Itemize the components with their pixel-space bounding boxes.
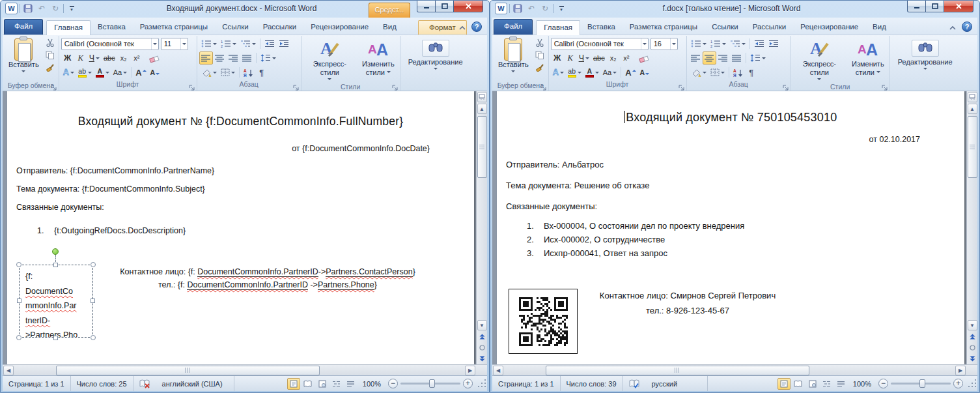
line-spacing-button[interactable] — [259, 51, 278, 65]
highlight-button[interactable]: ab — [566, 66, 583, 79]
align-center-button[interactable] — [703, 51, 716, 65]
doc-list-item[interactable]: 2.Исх-000002, О сотрудничестве — [497, 235, 964, 244]
font-color-button[interactable]: А — [94, 66, 111, 79]
customize-qat-button[interactable]: ▾ — [66, 3, 77, 14]
ruler-toggle-button[interactable] — [968, 92, 977, 102]
doc-sender-line[interactable]: Отправитель: Альбатрос — [497, 160, 964, 169]
shrink-font-button[interactable]: А — [638, 66, 652, 79]
resize-handle[interactable] — [91, 262, 96, 267]
doc-sender-line[interactable]: Отправитель: {f:DocumentCommonInfo.Partn… — [7, 166, 474, 175]
select-browse-object-button[interactable] — [968, 343, 977, 353]
customize-qat-button[interactable]: ▾ — [555, 3, 567, 14]
resize-handle[interactable] — [91, 298, 95, 303]
borders-button[interactable] — [219, 66, 237, 79]
format-painter-button[interactable] — [44, 61, 57, 74]
font-size-combo[interactable]: 16 — [651, 38, 678, 50]
paste-button[interactable]: Вставить — [5, 36, 42, 74]
copy-button[interactable] — [533, 49, 546, 61]
view-fullscreen-reading-button[interactable] — [301, 378, 315, 390]
next-page-button[interactable] — [477, 354, 487, 364]
multilevel-list-button[interactable] — [728, 37, 748, 50]
dialog-launcher-icon[interactable] — [51, 82, 57, 89]
align-left-button[interactable] — [199, 51, 213, 65]
redo-button[interactable]: ↻ — [539, 3, 551, 14]
status-language[interactable]: английский (США) — [156, 376, 234, 391]
horizontal-scrollbar[interactable]: ◀ ▶ — [492, 364, 977, 375]
line-spacing-button[interactable] — [748, 51, 768, 65]
scroll-left-button[interactable]: ◀ — [493, 366, 503, 375]
shading-button[interactable] — [199, 66, 219, 79]
document-page[interactable]: Входящий документ № {f:DocumentCommonInf… — [7, 91, 474, 364]
scroll-right-button[interactable]: ▶ — [465, 366, 475, 375]
resize-handle[interactable] — [91, 335, 96, 340]
paste-button[interactable]: Вставить — [495, 36, 532, 74]
scrollbar-thumb[interactable] — [56, 366, 320, 375]
text-effects-button[interactable]: А — [551, 66, 566, 79]
title-bar[interactable]: W ↶ ↻ ▾ Входящий документ.docx - Microso… — [3, 1, 487, 18]
align-right-button[interactable] — [227, 51, 240, 65]
selected-text-box[interactable]: {f: DocumentCo mmonInfo.Par tnerID- >Par… — [19, 265, 93, 338]
dialog-launcher-icon[interactable] — [679, 82, 685, 89]
zoom-slider[interactable] — [400, 383, 460, 385]
maximize-button[interactable] — [436, 1, 454, 12]
grow-font-button[interactable]: А — [623, 66, 637, 79]
vertical-scrollbar[interactable]: ▲ ▼ — [476, 91, 487, 364]
tab-page-layout[interactable]: Разметка страницы — [133, 20, 215, 35]
view-web-layout-button[interactable] — [806, 378, 819, 390]
previous-page-button[interactable] — [477, 332, 487, 342]
dialog-launcher-icon[interactable] — [882, 82, 888, 89]
scrollbar-track[interactable] — [504, 366, 955, 375]
minimize-button[interactable] — [417, 1, 436, 12]
doc-related-label[interactable]: Связанные документы: — [7, 203, 474, 212]
doc-title[interactable]: Входящий документ № {f:DocumentCommonInf… — [7, 91, 474, 128]
quick-styles-button[interactable]: A Экспресс-стили — [303, 36, 356, 82]
horizontal-scrollbar[interactable]: ◀ ▶ — [3, 364, 487, 375]
qr-code-frame[interactable] — [509, 289, 578, 354]
borders-button[interactable] — [708, 66, 727, 79]
format-painter-button[interactable] — [533, 61, 546, 74]
show-formatting-marks-button[interactable]: ¶ — [255, 66, 268, 79]
doc-date-line[interactable]: от {f:DocumentCommonInfo.DocDate} — [7, 144, 474, 153]
tab-home[interactable]: Главная — [46, 20, 91, 35]
font-color-button[interactable]: А — [583, 66, 601, 79]
increase-indent-button[interactable] — [277, 37, 291, 50]
status-page-indicator[interactable]: Страница: 1 из 1 — [3, 376, 71, 391]
scroll-down-button[interactable]: ▼ — [477, 320, 487, 330]
tab-mailings[interactable]: Рассылки — [746, 20, 794, 35]
show-formatting-marks-button[interactable]: ¶ — [745, 66, 758, 79]
justify-button[interactable] — [730, 51, 744, 65]
view-outline-button[interactable] — [820, 378, 833, 390]
bullets-button[interactable] — [199, 37, 219, 50]
zoom-out-button[interactable]: − — [878, 379, 888, 388]
minimize-ribbon-icon[interactable] — [458, 23, 467, 31]
quick-styles-button[interactable]: A Экспресс-стили — [793, 36, 846, 82]
tab-home[interactable]: Главная — [536, 20, 580, 35]
tab-insert[interactable]: Вставка — [580, 20, 623, 35]
document-page[interactable]: Входящий документ № 750105453010 от 02.1… — [497, 91, 964, 364]
zoom-slider[interactable] — [891, 383, 951, 385]
zoom-level[interactable]: 100% — [358, 380, 385, 388]
doc-title[interactable]: Входящий документ № 750105453010 — [497, 91, 964, 124]
sort-button[interactable]: АЯ — [731, 66, 745, 79]
sort-button[interactable]: АЯ — [242, 66, 255, 79]
subscript-button[interactable]: x₂ — [607, 51, 620, 65]
view-web-layout-button[interactable] — [316, 378, 329, 390]
bullets-button[interactable] — [689, 37, 708, 50]
close-button[interactable] — [944, 1, 973, 12]
word-app-icon[interactable]: W — [5, 3, 18, 14]
contextual-tab-group-drawing-tools[interactable]: Средст... — [369, 3, 410, 18]
undo-button[interactable]: ↶ — [525, 3, 537, 14]
strikethrough-button[interactable]: abc — [591, 51, 607, 65]
resize-handle[interactable] — [53, 336, 58, 340]
maximize-button[interactable] — [926, 1, 944, 12]
scroll-left-button[interactable]: ◀ — [3, 366, 14, 375]
tab-references[interactable]: Ссылки — [705, 20, 746, 35]
grow-font-button[interactable]: А — [133, 66, 148, 79]
status-proofing-icon[interactable] — [623, 376, 646, 391]
save-button[interactable] — [512, 3, 524, 14]
scrollbar-track[interactable] — [14, 366, 464, 375]
italic-button[interactable]: К — [564, 51, 577, 65]
clear-formatting-button[interactable] — [637, 51, 652, 65]
decrease-indent-button[interactable] — [752, 37, 766, 50]
doc-subject-line[interactable]: Тема документа: {f:DocumentCommonInfo.Su… — [7, 184, 474, 194]
